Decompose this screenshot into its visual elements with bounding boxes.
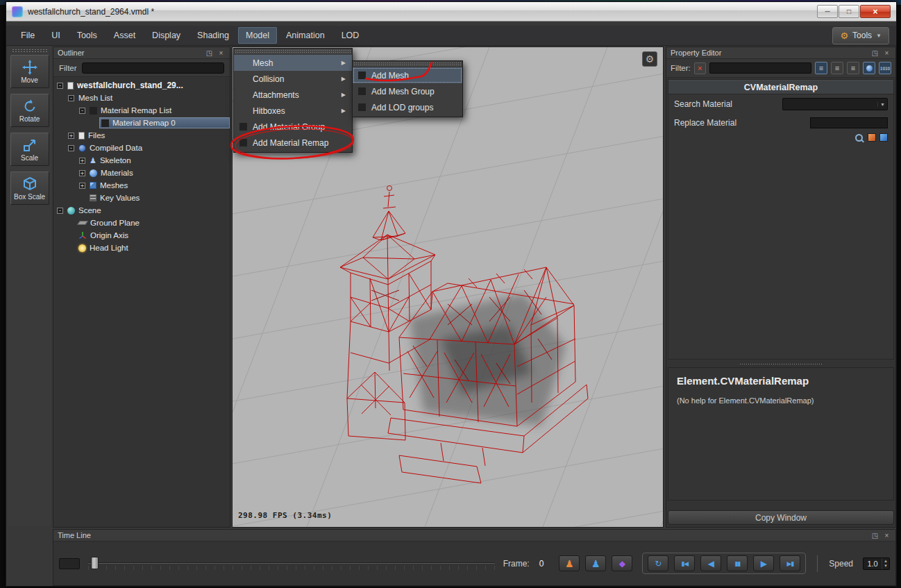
outliner-filter-input[interactable] [82, 62, 224, 74]
menu-item-add-material-group[interactable]: Add Material Group [234, 119, 352, 135]
menu-file[interactable]: File [13, 27, 42, 44]
tree-item-ground-plane[interactable]: Ground Plane [53, 217, 230, 229]
menu-model[interactable]: Model [238, 27, 277, 44]
tree-item-materials[interactable]: + Materials [53, 167, 230, 179]
tree-item-compiled-data[interactable]: - Compiled Data [53, 142, 230, 154]
tree-expander[interactable]: + [79, 158, 85, 164]
float-panel-icon[interactable]: ◳ [870, 531, 879, 540]
menubar: File UI Tools Asset Display Shading Mode… [6, 26, 896, 46]
menu-item-attachments[interactable]: Attachments ▶ [234, 87, 352, 103]
clear-filter-button[interactable]: × [694, 62, 706, 74]
help-box: Element.CVMaterialRemap (No help for Ele… [668, 367, 894, 501]
skip-to-start-button[interactable]: ▮◀ [674, 555, 695, 571]
tree-expander[interactable]: - [79, 108, 85, 114]
tools-dropdown-button[interactable]: ⚙ Tools ▼ [832, 27, 889, 44]
menu-item-add-mesh-group[interactable]: Add Mesh Group [353, 83, 462, 99]
tree-item-scene[interactable]: - Scene [53, 204, 230, 217]
menu-ui[interactable]: UI [44, 27, 68, 44]
skeleton-mode-button[interactable]: ♟ [559, 555, 580, 571]
property-filter-input[interactable] [709, 62, 811, 74]
close-panel-icon[interactable]: × [882, 49, 891, 58]
tree-item-key-values[interactable]: Key Values [53, 192, 230, 204]
speed-spinner[interactable]: 1.0 ▲ ▼ [863, 557, 890, 570]
menu-display[interactable]: Display [144, 27, 188, 44]
tree-item-material-remap-0[interactable]: Material Remap 0 [53, 117, 230, 129]
pose-mode-button[interactable]: ♟ [585, 555, 606, 571]
ground-plane-icon [77, 221, 88, 225]
tree-item-material-remap-list[interactable]: - Material Remap List [53, 104, 230, 117]
move-tool-button[interactable]: Move [10, 55, 49, 88]
menu-item-mesh[interactable]: Mesh ▶ [234, 55, 352, 71]
panel-splitter[interactable] [666, 361, 895, 367]
tree-item-mesh-list[interactable]: - Mesh List [53, 92, 230, 104]
spin-up-icon[interactable]: ▲ [884, 559, 888, 564]
tree-expander[interactable]: - [57, 208, 63, 214]
tree-expander[interactable]: + [79, 170, 85, 176]
tree-item-skeleton[interactable]: + ♟ Skeleton [53, 154, 230, 167]
copy-window-button[interactable]: Copy Window [668, 510, 894, 525]
view-list-button[interactable]: ≡ [815, 62, 827, 74]
float-panel-icon[interactable]: ◳ [205, 49, 214, 58]
menu-item-hitboxes[interactable]: Hitboxes ▶ [234, 103, 352, 119]
play-button[interactable]: ▶ [753, 555, 774, 571]
menu-item-collision[interactable]: Collision ▶ [234, 71, 352, 87]
maximize-button[interactable]: □ [839, 5, 859, 18]
close-panel-icon[interactable]: × [217, 49, 226, 58]
step-back-button[interactable]: ◀ [700, 555, 721, 571]
binary-view-button[interactable]: IOIO [879, 62, 891, 74]
menu-lod[interactable]: LOD [334, 27, 367, 44]
box-scale-tool-button[interactable]: Box Scale [10, 171, 49, 205]
menu-animation[interactable]: Animation [278, 27, 332, 44]
rotate-tool-button[interactable]: Rotate [10, 94, 49, 127]
tree-expander[interactable]: - [68, 145, 74, 151]
tree-expander[interactable]: + [68, 133, 74, 139]
remove-material-icon[interactable] [868, 133, 876, 142]
tree-item-model-root[interactable]: - westfallchurch_stand_29... [53, 79, 230, 92]
float-panel-icon[interactable]: ◳ [870, 49, 879, 58]
element-view-button[interactable] [863, 62, 875, 74]
close-button[interactable]: × [860, 5, 891, 18]
menu-tools[interactable]: Tools [69, 27, 105, 44]
search-material-dropdown[interactable]: ▼ [782, 98, 888, 110]
speed-value[interactable]: 1.0 [864, 558, 882, 569]
scale-tool-button[interactable]: Scale [10, 133, 49, 166]
menu-item-add-lod-groups[interactable]: Add LOD groups [353, 99, 462, 115]
view-tree-button[interactable]: ≡ [847, 62, 859, 74]
tree-expander[interactable]: - [68, 95, 74, 101]
tree-expander[interactable]: + [79, 183, 85, 189]
view-columns-button[interactable]: ≡ [831, 62, 843, 74]
submenu-arrow-icon: ▶ [342, 76, 346, 82]
spin-down-icon[interactable]: ▼ [884, 564, 888, 569]
slider-handle[interactable] [91, 557, 99, 569]
loop-button[interactable]: ↻ [648, 555, 668, 571]
transform-toolbar: Move Rotate Scale Box Scale [8, 47, 51, 526]
skip-to-end-button[interactable]: ▶▮ [780, 555, 800, 571]
separator [817, 555, 818, 572]
viewport-settings-button[interactable]: ⚙ [642, 51, 657, 67]
flex-mode-button[interactable]: ◆ [612, 555, 632, 571]
timeline-slider[interactable] [88, 553, 495, 574]
menu-item-add-mesh[interactable]: Add Mesh [353, 67, 462, 83]
close-panel-icon[interactable]: × [882, 531, 891, 540]
pause-button[interactable]: ▮▮ [727, 555, 748, 571]
menu-drag-handle[interactable] [235, 49, 351, 53]
material-remap-icon [101, 119, 109, 127]
menu-drag-handle[interactable] [353, 62, 462, 66]
tree-item-meshes[interactable]: + Meshes [53, 179, 230, 192]
tree-item-files[interactable]: + Files [53, 129, 230, 142]
search-material-icon[interactable] [854, 133, 864, 143]
frame-display-box[interactable] [59, 558, 80, 569]
transport-controls: ↻ ▮◀ ◀ ▮▮ ▶ ▶▮ [642, 553, 806, 574]
tree-item-origin-axis[interactable]: Origin Axis [53, 229, 230, 242]
tree-expander[interactable]: - [57, 83, 63, 89]
menu-item-add-material-remap[interactable]: Add Material Remap [234, 135, 352, 151]
minimize-button[interactable]: ─ [817, 5, 838, 18]
pick-material-icon[interactable] [879, 133, 888, 142]
binary-icon: IOIO [880, 66, 890, 71]
mesh-submenu: Add Mesh Add Mesh Group Add LOD groups [352, 60, 463, 117]
menu-asset[interactable]: Asset [106, 27, 143, 44]
tree-item-head-light[interactable]: Head Light [53, 242, 230, 254]
replace-material-input[interactable] [810, 117, 888, 128]
slider-track[interactable] [88, 562, 495, 564]
menu-shading[interactable]: Shading [190, 27, 237, 44]
